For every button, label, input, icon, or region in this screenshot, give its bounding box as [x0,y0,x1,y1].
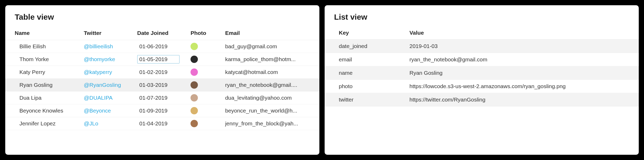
avatar-icon [191,43,198,50]
twitter-link[interactable]: @katyperry [84,69,112,75]
col-header-photo[interactable]: Photo [187,26,222,40]
list-view-card: List view Key Value date_joined2019-01-0… [325,5,639,155]
cell-photo[interactable] [187,104,222,117]
cell-twitter[interactable]: @Beyonce [81,104,134,117]
list-row[interactable]: nameRyan Gosling [325,66,639,80]
list-row[interactable]: emailryan_the_notebook@gmail.com [325,53,639,66]
cell-photo[interactable] [187,40,222,53]
twitter-link[interactable]: @billieeilish [84,43,113,49]
cell-date-joined[interactable]: 01-06-2019 [134,40,187,53]
list-row[interactable]: photohttps://lowcode.s3-us-west-2.amazon… [325,80,639,93]
col-header-key[interactable]: Key [325,26,406,40]
cell-twitter[interactable]: @RyanGosling [81,79,134,92]
cell-photo[interactable] [187,53,222,66]
list-row[interactable]: date_joined2019-01-03 [325,40,639,53]
cell-photo[interactable] [187,92,222,104]
avatar-icon [191,56,198,63]
cell-twitter[interactable]: @billieeilish [81,40,134,53]
cell-name[interactable]: Jennifer Lopez [5,117,81,130]
table-row[interactable]: Katy Perry@katyperry01-02-2019katycat@ho… [5,66,319,79]
cell-key[interactable]: email [325,53,406,66]
cell-twitter[interactable]: @DUALIPA [81,92,134,104]
cell-value[interactable]: ryan_the_notebook@gmail.com [406,53,639,66]
cell-key[interactable]: photo [325,80,406,93]
table-row[interactable]: Ryan Gosling@RyanGosling01-03-2019ryan_t… [5,79,319,92]
table-view-title: Table view [5,13,319,26]
col-header-email[interactable]: Email [222,26,319,40]
cell-key[interactable]: date_joined [325,40,406,53]
table-row[interactable]: Jennifer Lopez@JLo01-04-2019jenny_from_t… [5,117,319,130]
twitter-link[interactable]: @JLo [84,120,98,126]
twitter-link[interactable]: @Beyonce [84,108,111,114]
table-header-row: Name Twitter Date Joined Photo Email [5,26,319,40]
date-value[interactable]: 01-02-2019 [137,68,170,76]
table-row[interactable]: Dua Lipa@DUALIPA01-07-2019dua_levitating… [5,92,319,104]
cell-email[interactable]: jenny_from_the_block@yah... [222,117,319,130]
cell-photo[interactable] [187,117,222,130]
cell-date-joined[interactable]: 01-09-2019 [134,104,187,117]
date-value[interactable]: 01-05-2019 [137,55,180,63]
cell-date-joined[interactable]: 01-04-2019 [134,117,187,130]
cell-email[interactable]: katycat@hotmail.com [222,66,319,79]
cell-name[interactable]: Dua Lipa [5,92,81,104]
col-header-date[interactable]: Date Joined [134,26,187,40]
col-header-value[interactable]: Value [406,26,639,40]
avatar-icon [191,81,198,89]
cell-value[interactable]: https://twitter.com/RyanGosling [406,93,639,106]
table-row[interactable]: Billie Eilish@billieeilish01-06-2019bad_… [5,40,319,53]
table-row[interactable]: Thom Yorke@thomyorke01-05-2019karma_poli… [5,53,319,66]
date-value[interactable]: 01-04-2019 [137,119,170,128]
cell-twitter[interactable]: @katyperry [81,66,134,79]
cell-value[interactable]: 2019-01-03 [406,40,639,53]
cell-key[interactable]: twitter [325,93,406,106]
cell-email[interactable]: bad_guy@gmail.com [222,40,319,53]
col-header-twitter[interactable]: Twitter [81,26,134,40]
avatar-icon [191,107,198,114]
cell-name[interactable]: Ryan Gosling [5,79,81,92]
col-header-name[interactable]: Name [5,26,81,40]
avatar-icon [191,94,198,102]
cell-twitter[interactable]: @JLo [81,117,134,130]
date-value[interactable]: 01-03-2019 [137,81,170,89]
date-value[interactable]: 01-07-2019 [137,94,170,102]
cell-name[interactable]: Beyonce Knowles [5,104,81,117]
cell-name[interactable]: Katy Perry [5,66,81,79]
cell-key[interactable]: name [325,66,406,80]
cell-name[interactable]: Billie Eilish [5,40,81,53]
date-value[interactable]: 01-09-2019 [137,106,170,115]
list-view-title: List view [325,13,639,26]
cell-photo[interactable] [187,66,222,79]
cell-value[interactable]: https://lowcode.s3-us-west-2.amazonaws.c… [406,80,639,93]
list-row[interactable]: twitterhttps://twitter.com/RyanGosling [325,93,639,106]
cell-date-joined[interactable]: 01-07-2019 [134,92,187,104]
cell-value[interactable]: Ryan Gosling [406,66,639,80]
avatar-icon [191,68,198,76]
cell-email[interactable]: karma_police_thom@hotm... [222,53,319,66]
cell-email[interactable]: dua_levitating@yahoo.com [222,92,319,104]
cell-date-joined[interactable]: 01-02-2019 [134,66,187,79]
twitter-link[interactable]: @thomyorke [84,56,115,62]
cell-date-joined[interactable]: 01-05-2019 [134,53,187,66]
cell-date-joined[interactable]: 01-03-2019 [134,79,187,92]
cell-email[interactable]: ryan_the_notebook@gmail.... [222,79,319,92]
table-row[interactable]: Beyonce Knowles@Beyonce01-09-2019beyonce… [5,104,319,117]
cell-name[interactable]: Thom Yorke [5,53,81,66]
twitter-link[interactable]: @RyanGosling [84,82,121,88]
table-view-card: Table view Name Twitter Date Joined Phot… [5,5,319,155]
record-detail-table: Key Value date_joined2019-01-03emailryan… [325,26,639,106]
list-header-row: Key Value [325,26,639,40]
date-value[interactable]: 01-06-2019 [137,42,170,51]
users-table: Name Twitter Date Joined Photo Email Bil… [5,26,319,130]
cell-photo[interactable] [187,79,222,92]
twitter-link[interactable]: @DUALIPA [84,95,113,101]
avatar-icon [191,120,198,127]
cell-twitter[interactable]: @thomyorke [81,53,134,66]
cell-email[interactable]: beyonce_run_the_world@h... [222,104,319,117]
